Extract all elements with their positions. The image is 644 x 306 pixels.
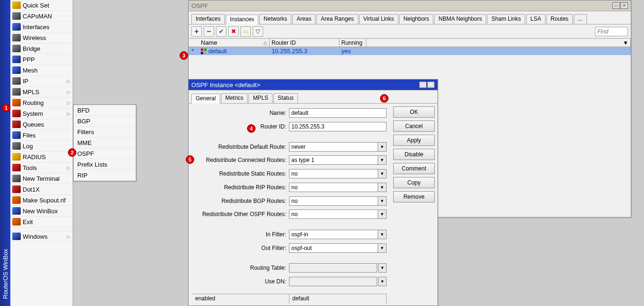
apply-button[interactable]: Apply: [393, 135, 435, 146]
submenu-item-bgp[interactable]: BGP: [74, 116, 136, 127]
enable-button[interactable]: ✔: [216, 26, 226, 37]
annotation-badge-6: 6: [380, 94, 388, 103]
tab-areas[interactable]: Areas: [292, 14, 315, 24]
cancel-button[interactable]: Cancel: [393, 121, 435, 132]
tab-networks[interactable]: Networks: [259, 14, 291, 24]
chevron-down-icon[interactable]: ▼: [378, 155, 387, 165]
remove-button[interactable]: −: [204, 26, 214, 37]
col-router-id[interactable]: Router ID: [270, 39, 339, 47]
close-icon[interactable]: ✕: [427, 81, 435, 88]
instance-icon: [201, 48, 206, 54]
menu-item-exit[interactable]: Exit: [10, 217, 73, 227]
redist-static-field[interactable]: [289, 169, 378, 178]
submenu-item-rip[interactable]: RIP: [74, 170, 136, 181]
redist-connected-label: Redistribute Connected Routes:: [192, 157, 289, 163]
submenu-item-prefix-lists[interactable]: Prefix Lists: [74, 159, 136, 170]
tab-neighbors[interactable]: Neighbors: [399, 14, 434, 24]
minimize-icon[interactable]: ▭: [612, 2, 620, 9]
menu-label: Log: [23, 143, 33, 150]
tab-general[interactable]: General: [191, 94, 220, 104]
menu-item-capsman[interactable]: CAPsMAN: [10, 11, 73, 22]
tab-nbma-neighbors[interactable]: NBMA Neighbors: [434, 14, 486, 24]
ok-button[interactable]: OK: [393, 106, 435, 118]
redist-static-label: Redistribute Static Routes:: [192, 170, 289, 177]
menu-item-interfaces[interactable]: Interfaces: [10, 22, 73, 32]
menu-item-system[interactable]: System▷: [10, 108, 73, 119]
instance-titlebar[interactable]: OSPF Instance <default> ▭ ✕: [189, 80, 438, 90]
chevron-down-icon[interactable]: ▼: [378, 142, 387, 152]
ospf-window-titlebar[interactable]: OSPF ▭ ✕: [189, 0, 631, 11]
disable-button[interactable]: Disable: [393, 149, 435, 160]
menu-item-wireless[interactable]: Wireless: [10, 32, 73, 43]
tab--[interactable]: ...: [574, 14, 587, 24]
tab-sham-links[interactable]: Sham Links: [487, 14, 525, 24]
disable-button[interactable]: ✖: [228, 26, 239, 37]
menu-item-new-winbox[interactable]: New WinBox: [10, 206, 73, 217]
menu-item-queues[interactable]: Queues: [10, 119, 73, 130]
find-input[interactable]: [595, 27, 628, 36]
menu-item-dot1x[interactable]: Dot1X: [10, 184, 73, 195]
tab-metrics[interactable]: Metrics: [221, 93, 248, 103]
menu-item-quick-set[interactable]: Quick Set: [10, 0, 73, 11]
redist-bgp-field[interactable]: [289, 196, 378, 206]
out-filter-field[interactable]: [289, 243, 378, 253]
chevron-down-icon[interactable]: ▼: [378, 169, 387, 178]
name-field[interactable]: [289, 108, 387, 118]
menu-item-log[interactable]: Log: [10, 141, 73, 152]
menu-item-make-supout-rif[interactable]: Make Supout.rif: [10, 195, 73, 206]
menu-item-routing[interactable]: Routing▷: [10, 97, 73, 108]
chevron-down-icon[interactable]: ▼: [378, 263, 387, 273]
submenu-item-mme[interactable]: MME: [74, 137, 136, 148]
tab-routes[interactable]: Routes: [546, 14, 573, 24]
redist-connected-field[interactable]: [289, 155, 378, 165]
menu-item-ip[interactable]: IP▷: [10, 76, 73, 87]
in-filter-field[interactable]: [289, 230, 378, 239]
redist-default-field[interactable]: [289, 142, 378, 152]
menu-item-mpls[interactable]: MPLS▷: [10, 87, 73, 97]
minimize-icon[interactable]: ▭: [419, 81, 427, 88]
submenu-item-bfd[interactable]: BFD: [74, 105, 136, 116]
menu-icon: [12, 185, 21, 193]
menu-item-files[interactable]: Files: [10, 130, 73, 141]
tab-virtual-links[interactable]: Virtual Links: [359, 14, 398, 24]
menu-item-radius[interactable]: RADIUS: [10, 152, 73, 162]
tab-instances[interactable]: Instances: [226, 15, 258, 24]
routing-table-label: Routing Table:: [192, 265, 289, 271]
routing-table-field[interactable]: [289, 263, 377, 273]
tab-status[interactable]: Status: [273, 93, 298, 103]
router-id-field[interactable]: [289, 122, 387, 131]
menu-item-tools[interactable]: Tools▷: [10, 162, 73, 173]
tab-lsa[interactable]: LSA: [526, 14, 545, 24]
use-dn-field[interactable]: [289, 277, 377, 286]
copy-button[interactable]: Copy: [393, 177, 435, 188]
col-running[interactable]: Running: [339, 39, 366, 47]
redist-rip-field[interactable]: [289, 183, 378, 192]
tab-mpls[interactable]: MPLS: [248, 93, 272, 103]
chevron-down-icon[interactable]: ▼: [378, 230, 387, 239]
menu-item-ppp[interactable]: PPP: [10, 54, 73, 65]
chevron-down-icon[interactable]: ▼: [378, 209, 387, 219]
tab-interfaces[interactable]: Interfaces: [191, 14, 225, 24]
redist-other-ospf-field[interactable]: [289, 209, 378, 219]
submenu-item-ospf[interactable]: OSPF: [74, 148, 136, 159]
submenu-item-filters[interactable]: Filters: [74, 127, 136, 137]
menu-item-bridge[interactable]: Bridge: [10, 43, 73, 54]
chevron-down-icon[interactable]: ▼: [378, 277, 387, 286]
chevron-down-icon[interactable]: ▼: [378, 196, 387, 206]
menu-item-mesh[interactable]: Mesh: [10, 65, 73, 76]
menu-item-new-terminal[interactable]: New Terminal: [10, 173, 73, 184]
comment-button[interactable]: ▭: [240, 26, 251, 37]
menu-label: Bridge: [23, 45, 41, 52]
menu-item-windows[interactable]: Windows▷: [10, 231, 73, 242]
close-icon[interactable]: ✕: [620, 2, 628, 9]
chevron-down-icon[interactable]: ▼: [378, 183, 387, 192]
col-menu[interactable]: ▼: [366, 39, 631, 47]
table-row[interactable]: * default 10.255.255.3 yes: [189, 47, 631, 55]
remove-button[interactable]: Remove: [393, 191, 435, 202]
chevron-down-icon[interactable]: ▼: [378, 243, 387, 253]
add-button[interactable]: +: [191, 26, 202, 37]
col-name[interactable]: Name△: [199, 39, 270, 47]
comment-button[interactable]: Comment: [393, 163, 435, 174]
tab-area-ranges[interactable]: Area Ranges: [316, 14, 358, 24]
filter-button[interactable]: ▽: [253, 26, 263, 37]
